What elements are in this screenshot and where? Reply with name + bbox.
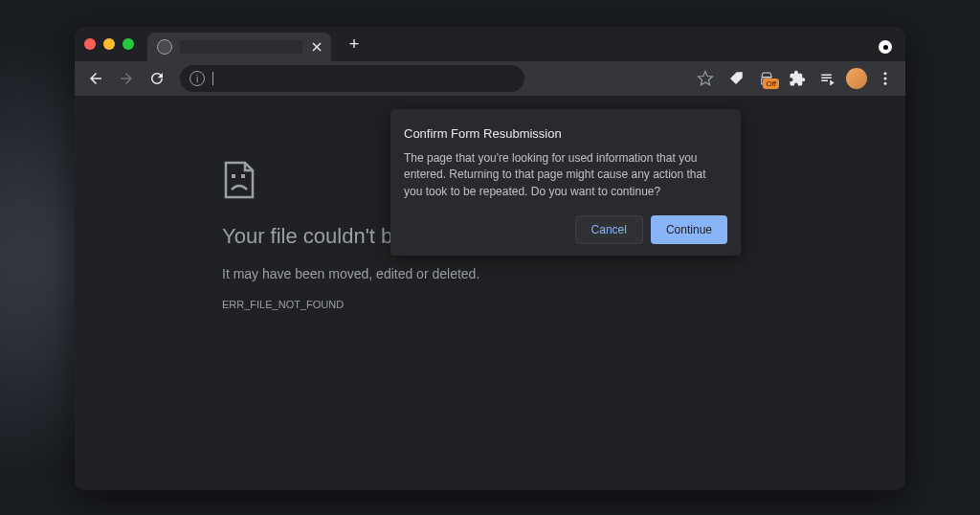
error-code: ERR_FILE_NOT_FOUND	[222, 299, 905, 310]
browser-window: + i Off	[75, 27, 905, 490]
tag-icon	[727, 70, 745, 87]
profile-button[interactable]	[846, 68, 867, 89]
site-info-icon[interactable]: i	[189, 71, 205, 86]
star-icon	[697, 70, 714, 87]
close-window-button[interactable]	[84, 38, 96, 50]
puzzle-icon	[789, 70, 806, 87]
reload-button[interactable]	[144, 65, 170, 92]
arrow-right-icon	[118, 70, 135, 87]
extension-badge: Off	[763, 78, 779, 89]
arrow-left-icon	[87, 70, 104, 87]
kebab-icon	[877, 70, 894, 87]
browser-tab[interactable]	[147, 33, 331, 61]
error-subtitle: It may have been moved, edited or delete…	[222, 266, 905, 281]
playlist-icon	[819, 70, 836, 87]
window-controls	[84, 38, 134, 50]
svg-rect-4	[241, 174, 245, 178]
new-tab-button[interactable]: +	[343, 33, 366, 56]
broken-file-icon	[222, 161, 256, 199]
reading-list-button[interactable]	[815, 66, 840, 91]
svg-point-0	[884, 72, 887, 75]
continue-button[interactable]: Continue	[651, 215, 727, 244]
minimize-window-button[interactable]	[103, 38, 115, 50]
tab-title	[180, 40, 302, 54]
svg-point-2	[884, 82, 887, 85]
maximize-window-button[interactable]	[122, 38, 134, 50]
tab-favicon-icon	[157, 39, 172, 55]
close-icon	[310, 40, 323, 54]
dialog-buttons: Cancel Continue	[404, 215, 727, 244]
svg-rect-3	[232, 174, 235, 178]
tab-strip: +	[75, 27, 905, 61]
confirm-dialog: Confirm Form Resubmission The page that …	[390, 109, 741, 256]
toolbar-right: Off	[693, 66, 898, 91]
text-cursor	[212, 72, 213, 85]
dialog-body: The page that you're looking for used in…	[404, 150, 727, 200]
bookmark-button[interactable]	[693, 66, 718, 91]
extension-button[interactable]: Off	[754, 66, 779, 91]
share-button[interactable]	[724, 66, 748, 91]
toolbar: i Off	[75, 61, 905, 96]
extensions-button[interactable]	[785, 66, 810, 91]
recording-indicator-icon	[879, 40, 892, 54]
reload-icon	[148, 70, 166, 87]
back-button[interactable]	[82, 65, 109, 92]
dialog-title: Confirm Form Resubmission	[404, 126, 727, 141]
address-bar[interactable]: i	[180, 65, 524, 92]
svg-point-1	[884, 78, 887, 80]
menu-button[interactable]	[873, 66, 898, 91]
forward-button[interactable]	[113, 65, 140, 92]
plus-icon: +	[349, 34, 360, 55]
tab-close-button[interactable]	[310, 40, 323, 54]
cancel-button[interactable]: Cancel	[575, 215, 643, 244]
